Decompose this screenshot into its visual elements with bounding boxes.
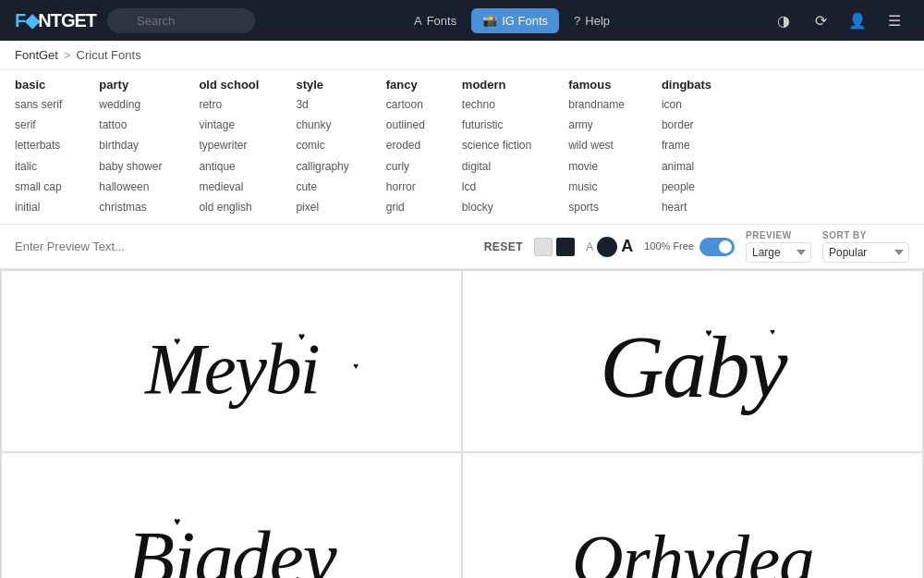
link-animal[interactable]: animal: [662, 158, 711, 176]
link-brandname[interactable]: brandname: [568, 96, 625, 114]
link-outlined[interactable]: outlined: [386, 117, 425, 134]
category-famous: famous brandname army wild west movie mu…: [568, 78, 625, 216]
link-initial[interactable]: initial: [15, 199, 62, 216]
category-basic: basic sans serif serif letterbats italic…: [15, 78, 62, 216]
svg-text:♥: ♥: [174, 515, 180, 528]
color-light-swatch[interactable]: [534, 238, 553, 256]
link-halloween[interactable]: halloween: [99, 178, 162, 196]
svg-text:♥: ♥: [770, 326, 775, 337]
link-army[interactable]: army: [568, 117, 625, 134]
link-techno[interactable]: techno: [462, 96, 531, 114]
history-icon-button[interactable]: ⟳: [806, 6, 835, 35]
controls-right: RESET A A 100% Free PREVIEW Large Medium…: [484, 230, 909, 263]
link-blocky[interactable]: blocky: [462, 199, 531, 216]
text-size-small[interactable]: A: [586, 240, 593, 253]
svg-text:Orhydea: Orhydea: [572, 520, 814, 578]
link-lcd[interactable]: lcd: [462, 178, 531, 196]
nav-ig-fonts-button[interactable]: 📸 IG Fonts: [471, 8, 559, 33]
link-digital[interactable]: digital: [462, 158, 531, 176]
link-cute[interactable]: cute: [296, 178, 348, 196]
font-card-bigdey[interactable]: Bigdey ♥ ♥: [2, 453, 461, 578]
sort-select[interactable]: Popular Newest Alphabetical: [822, 242, 909, 263]
link-chunky[interactable]: chunky: [296, 117, 348, 134]
link-retro[interactable]: retro: [199, 96, 259, 114]
category-style: style 3d chunky comic calligraphy cute p…: [296, 78, 348, 216]
history-icon: ⟳: [815, 12, 827, 30]
link-letterbats[interactable]: letterbats: [15, 137, 62, 154]
link-futuristic[interactable]: futuristic: [462, 117, 531, 134]
link-birthday[interactable]: birthday: [99, 137, 162, 154]
link-medieval[interactable]: medieval: [199, 178, 259, 196]
search-input[interactable]: [107, 8, 255, 33]
sort-by-label: SORT BY: [822, 230, 867, 240]
link-small-cap[interactable]: small cap: [15, 178, 62, 196]
color-circle[interactable]: [597, 237, 617, 257]
link-heart[interactable]: heart: [662, 199, 711, 216]
font-icon: A: [414, 14, 422, 28]
account-icon-button[interactable]: 👤: [843, 6, 872, 35]
link-old-english[interactable]: old english: [199, 199, 259, 216]
link-sports[interactable]: sports: [568, 199, 625, 216]
contrast-icon-button[interactable]: ◑: [769, 6, 798, 35]
ig-icon: 📸: [482, 14, 497, 28]
nav-help-button[interactable]: ? Help: [563, 8, 621, 33]
free-toggle[interactable]: [699, 238, 735, 256]
svg-text:♥: ♥: [154, 532, 159, 541]
help-icon: ?: [574, 14, 580, 28]
category-famous-title: famous: [568, 78, 625, 92]
link-movie[interactable]: movie: [568, 158, 625, 176]
link-typewriter[interactable]: typewriter: [199, 137, 259, 154]
color-dark-swatch[interactable]: [556, 238, 575, 256]
header-icons: ◑ ⟳ 👤 ☰: [769, 6, 909, 35]
link-sans-serif[interactable]: sans serif: [15, 96, 62, 114]
link-curly[interactable]: curly: [386, 158, 425, 176]
header: F◆NTGET A Fonts 📸 IG Fonts ? Help: [0, 0, 924, 41]
font-card-meybi[interactable]: Meybi ♥ ♥ ♥: [2, 271, 461, 451]
link-icon[interactable]: icon: [662, 96, 711, 114]
reset-button[interactable]: RESET: [484, 240, 524, 253]
breadcrumb-current: Cricut Fonts: [77, 48, 141, 62]
font-card-orhydea[interactable]: Orhydea: [463, 453, 922, 578]
logo[interactable]: F◆NTGET: [15, 9, 96, 31]
breadcrumb-home[interactable]: FontGet: [15, 48, 58, 62]
svg-text:♥: ♥: [298, 331, 304, 344]
link-italic[interactable]: italic: [15, 158, 62, 176]
nav-fonts-button[interactable]: A Fonts: [403, 8, 468, 33]
category-basic-title: basic: [15, 78, 62, 92]
link-wild-west[interactable]: wild west: [568, 137, 625, 154]
link-wedding[interactable]: wedding: [99, 96, 162, 114]
link-cartoon[interactable]: cartoon: [386, 96, 425, 114]
text-size-large[interactable]: A: [621, 237, 633, 256]
link-calligraphy[interactable]: calligraphy: [296, 158, 348, 176]
link-people[interactable]: people: [662, 178, 711, 196]
menu-icon-button[interactable]: ☰: [880, 6, 909, 35]
link-tattoo[interactable]: tattoo: [99, 117, 162, 134]
font-card-gaby[interactable]: Gaby ♥ ♥: [463, 271, 922, 451]
link-3d[interactable]: 3d: [296, 96, 348, 114]
link-horror[interactable]: horror: [386, 178, 425, 196]
link-eroded[interactable]: eroded: [386, 137, 425, 154]
link-antique[interactable]: antique: [199, 158, 259, 176]
category-fancy-title: fancy: [386, 78, 425, 92]
link-baby-shower[interactable]: baby shower: [99, 158, 162, 176]
preview-text-input[interactable]: [15, 240, 469, 253]
svg-text:♥: ♥: [353, 361, 359, 371]
header-left: F◆NTGET: [15, 8, 255, 33]
link-comic[interactable]: comic: [296, 137, 348, 154]
link-grid[interactable]: grid: [386, 199, 425, 216]
link-frame[interactable]: frame: [662, 137, 711, 154]
breadcrumb-separator: >: [64, 48, 71, 62]
link-christmas[interactable]: christmas: [99, 199, 162, 216]
link-border[interactable]: border: [662, 117, 711, 134]
svg-text:Bigdey: Bigdey: [128, 515, 336, 578]
preview-size-select[interactable]: Large Medium Small: [746, 242, 811, 263]
link-serif[interactable]: serif: [15, 117, 62, 134]
preview-label: PREVIEW: [746, 230, 792, 240]
account-icon: 👤: [848, 12, 867, 30]
link-music[interactable]: music: [568, 178, 625, 196]
category-modern-title: modern: [462, 78, 531, 92]
link-science-fiction[interactable]: science fiction: [462, 137, 531, 154]
link-vintage[interactable]: vintage: [199, 117, 259, 134]
search-wrapper: [107, 8, 255, 33]
link-pixel[interactable]: pixel: [296, 199, 348, 216]
